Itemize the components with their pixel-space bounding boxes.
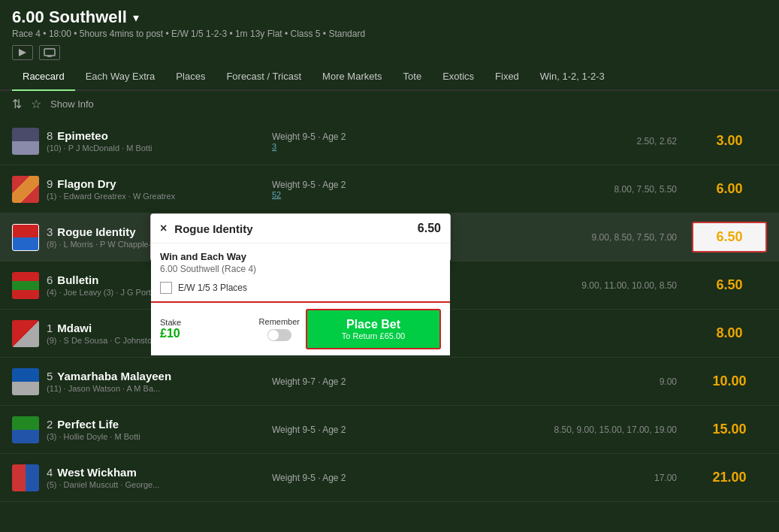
- silk-west-wickham: [12, 464, 39, 491]
- title-dropdown-arrow[interactable]: ▾: [133, 11, 139, 25]
- horse-number-2: 2: [47, 418, 53, 431]
- silk-rogue-identity: [12, 224, 39, 251]
- horse-name-perfect-life: Perfect Life: [57, 418, 119, 431]
- silk-bulletin: [12, 272, 39, 299]
- bet-popup-close-button[interactable]: ×: [160, 222, 167, 235]
- horse-row-wrapper-rogue-identity: 3 Rogue Identity (8) · L Morris · P W Ch…: [0, 213, 779, 261]
- ew-label: E/W 1/5 3 Places: [178, 283, 247, 293]
- horse-details-perfect-life: (3) · Hollie Doyle · M Botti: [47, 432, 272, 441]
- stake-value[interactable]: £10: [160, 327, 253, 340]
- remember-label: Remember: [259, 317, 300, 326]
- silk-flagon-dry: [12, 176, 39, 203]
- ew-row: E/W 1/5 3 Places: [160, 282, 441, 294]
- history-odds-flagon-dry: 8.00, 7.50, 5.50: [407, 184, 692, 195]
- toggle-knob: [268, 330, 279, 340]
- tab-forecast-tricast[interactable]: Forecast / Tricast: [216, 63, 312, 91]
- place-bet-return: To Return £65.00: [316, 331, 430, 340]
- silk-mdawi: [12, 320, 39, 347]
- tab-each-way-extra[interactable]: Each Way Extra: [75, 63, 166, 91]
- race-subtitle: Race 4 • 18:00 • 5hours 4mins to post • …: [12, 29, 767, 39]
- odds-button-rogue-identity[interactable]: 6.50: [692, 222, 767, 252]
- odds-button-flagon-dry[interactable]: 6.00: [692, 181, 767, 197]
- page-title: 6.00 Southwell: [12, 8, 127, 27]
- odds-button-west-wickham[interactable]: 21.00: [692, 470, 767, 485]
- horse-info-perfect-life: 2 Perfect Life (3) · Hollie Doyle · M Bo…: [47, 418, 272, 441]
- app-container: 6.00 Southwell ▾ Race 4 • 18:00 • 5hours…: [0, 0, 779, 502]
- form-flagon-dry: 52: [272, 190, 407, 199]
- horse-row-epimeteo: 8 Epimeteo (10) · P J McDonald · M Botti…: [0, 117, 779, 165]
- horse-info-yamarhaba: 5 Yamarhaba Malayeen (11) · Jason Watson…: [47, 370, 272, 393]
- tab-bar: Racecard Each Way Extra Places Forecast …: [0, 63, 779, 91]
- weight-age-west-wickham: Weight 9-5 · Age 2: [272, 473, 407, 483]
- horse-number-8: 8: [47, 129, 53, 142]
- horse-details-west-wickham: (5) · Daniel Muscutt · George...: [47, 480, 272, 489]
- horse-row-perfect-life: 2 Perfect Life (3) · Hollie Doyle · M Bo…: [0, 406, 779, 454]
- svg-rect-1: [44, 49, 55, 56]
- place-bet-button[interactable]: Place Bet To Return £65.00: [306, 309, 441, 349]
- race-list: 8 Epimeteo (10) · P J McDonald · M Botti…: [0, 117, 779, 502]
- tv-icon[interactable]: [39, 45, 60, 60]
- remember-toggle[interactable]: [267, 329, 291, 341]
- stake-label: Stake: [160, 318, 253, 327]
- sort-icon[interactable]: ⇅: [12, 97, 22, 111]
- horse-number-9: 9: [47, 177, 53, 190]
- horse-number-4: 4: [47, 466, 53, 479]
- horse-info-west-wickham: 4 West Wickham (5) · Daniel Muscutt · Ge…: [47, 466, 272, 489]
- tab-more-markets[interactable]: More Markets: [312, 63, 392, 91]
- horse-number-6: 6: [47, 274, 53, 286]
- odds-button-bulletin[interactable]: 6.50: [692, 277, 767, 293]
- star-icon[interactable]: ☆: [31, 97, 41, 111]
- ew-checkbox[interactable]: [160, 282, 172, 294]
- horse-info-flagon-dry: 9 Flagon Dry (1) · Edward Greatrex · W G…: [47, 177, 272, 201]
- horse-info-epimeteo: 8 Epimeteo (10) · P J McDonald · M Botti: [47, 129, 272, 153]
- history-odds-perfect-life: 8.50, 9.00, 15.00, 17.00, 19.00: [407, 425, 692, 435]
- horse-row-flagon-dry: 9 Flagon Dry (1) · Edward Greatrex · W G…: [0, 165, 779, 213]
- tab-win-1-2-1-2-3[interactable]: Win, 1-2, 1-2-3: [530, 63, 615, 91]
- horse-details-yamarhaba: (11) · Jason Watson · A M Ba...: [47, 384, 272, 393]
- horse-name-west-wickham: West Wickham: [57, 466, 136, 479]
- horse-number-5: 5: [47, 370, 53, 382]
- bet-race-label: 6.00 Southwell (Race 4): [160, 264, 441, 274]
- horse-name-yamarhaba: Yamarhaba Malayeen: [57, 370, 171, 382]
- horse-row-west-wickham: 4 West Wickham (5) · Daniel Muscutt · Ge…: [0, 454, 779, 502]
- stake-section: Stake £10: [160, 318, 253, 340]
- bet-type-label: Win and Each Way: [160, 251, 441, 262]
- tab-racecard[interactable]: Racecard: [12, 63, 75, 91]
- horse-name-bulletin: Bulletin: [57, 274, 98, 286]
- odds-button-epimeteo[interactable]: 3.00: [692, 133, 767, 149]
- horse-number-1: 1: [47, 322, 53, 334]
- bet-popup-body: Win and Each Way 6.00 Southwell (Race 4)…: [151, 243, 450, 301]
- weight-age-epimeteo: Weight 9-5 · Age 2 3: [272, 131, 407, 151]
- weight-age-yamarhaba: Weight 9-7 · Age 2: [272, 376, 407, 387]
- bet-popup-odds: 6.50: [418, 222, 441, 235]
- horse-number-3: 3: [47, 225, 53, 238]
- horse-row-yamarhaba: 5 Yamarhaba Malayeen (11) · Jason Watson…: [0, 358, 779, 406]
- tab-tote[interactable]: Tote: [393, 63, 433, 91]
- tab-exotics[interactable]: Exotics: [432, 63, 485, 91]
- horse-details-flagon-dry: (1) · Edward Greatrex · W Greatrex: [47, 192, 272, 201]
- silk-perfect-life: [12, 416, 39, 443]
- bet-popup-title: Rogue Identity: [174, 222, 418, 235]
- show-info-button[interactable]: Show Info: [50, 98, 94, 110]
- odds-button-yamarhaba[interactable]: 10.00: [692, 373, 767, 389]
- odds-button-mdawi[interactable]: 8.00: [692, 325, 767, 341]
- silk-yamarhaba: [12, 368, 39, 395]
- history-odds-epimeteo: 2.50, 2.62: [407, 136, 692, 147]
- history-odds-yamarhaba: 9.00: [407, 376, 692, 387]
- horse-name-rogue-identity: Rogue Identity: [57, 225, 135, 238]
- tab-places[interactable]: Places: [165, 63, 216, 91]
- remember-section: Remember: [259, 317, 300, 341]
- svg-marker-0: [19, 49, 26, 56]
- form-epimeteo: 3: [272, 142, 407, 151]
- horse-name-mdawi: Mdawi: [57, 322, 92, 334]
- silk-epimeteo: [12, 128, 39, 155]
- horse-name-flagon-dry: Flagon Dry: [57, 177, 116, 190]
- tab-fixed[interactable]: Fixed: [485, 63, 530, 91]
- filter-row: ⇅ ☆ Show Info: [0, 91, 779, 117]
- bet-footer: Stake £10 Remember Place Bet To Return £…: [151, 301, 450, 355]
- bet-popup: × Rogue Identity 6.50 Win and Each Way 6…: [150, 213, 451, 261]
- odds-button-perfect-life[interactable]: 15.00: [692, 422, 767, 437]
- weight-age-perfect-life: Weight 9-5 · Age 2: [272, 425, 407, 435]
- play-icon[interactable]: [12, 45, 33, 60]
- horse-name-epimeteo: Epimeteo: [57, 129, 108, 142]
